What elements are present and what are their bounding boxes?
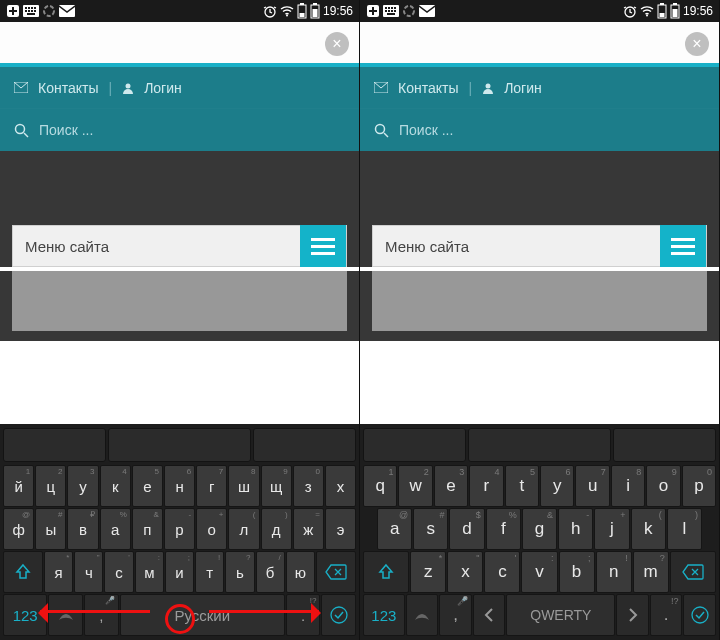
enter-key[interactable] bbox=[683, 594, 716, 636]
key-k[interactable]: k( bbox=[631, 508, 666, 550]
key-ц[interactable]: ц2 bbox=[35, 465, 66, 507]
comma-key[interactable]: ,🎤 bbox=[439, 594, 472, 636]
key-л[interactable]: л( bbox=[228, 508, 259, 550]
period-key[interactable]: .!? bbox=[650, 594, 683, 636]
suggestion-slot[interactable] bbox=[613, 428, 716, 462]
key-х[interactable]: х bbox=[325, 465, 356, 507]
key-m[interactable]: m? bbox=[633, 551, 669, 593]
backspace-key[interactable] bbox=[670, 551, 716, 593]
key-ф[interactable]: ф@ bbox=[3, 508, 34, 550]
suggestion-slot[interactable] bbox=[468, 428, 611, 462]
hamburger-button[interactable] bbox=[300, 225, 346, 267]
key-д[interactable]: д) bbox=[261, 508, 292, 550]
contacts-link[interactable]: Контакты bbox=[38, 80, 98, 96]
key-b[interactable]: b; bbox=[559, 551, 595, 593]
key-и[interactable]: и; bbox=[165, 551, 194, 593]
key-с[interactable]: с' bbox=[104, 551, 133, 593]
key-э[interactable]: э bbox=[325, 508, 356, 550]
key-з[interactable]: з0 bbox=[293, 465, 324, 507]
swift-key[interactable] bbox=[406, 594, 439, 636]
key-р[interactable]: р- bbox=[164, 508, 195, 550]
key-а[interactable]: а% bbox=[100, 508, 131, 550]
swift-key[interactable] bbox=[48, 594, 83, 636]
content-gap bbox=[0, 151, 359, 225]
key-l[interactable]: l) bbox=[667, 508, 702, 550]
numeric-key[interactable]: 123 bbox=[3, 594, 47, 636]
key-j[interactable]: j+ bbox=[594, 508, 629, 550]
suggestion-slot[interactable] bbox=[363, 428, 466, 462]
key-г[interactable]: г7 bbox=[196, 465, 227, 507]
key-q[interactable]: q1 bbox=[363, 465, 397, 507]
comma-key[interactable]: ,🎤 bbox=[84, 594, 119, 636]
svg-rect-39 bbox=[394, 10, 396, 12]
key-ж[interactable]: ж= bbox=[293, 508, 324, 550]
key-т[interactable]: т! bbox=[195, 551, 224, 593]
contacts-link[interactable]: Контакты bbox=[398, 80, 458, 96]
key-к[interactable]: к4 bbox=[100, 465, 131, 507]
key-d[interactable]: d$ bbox=[449, 508, 484, 550]
key-б[interactable]: б/ bbox=[256, 551, 285, 593]
key-в[interactable]: в₽ bbox=[67, 508, 98, 550]
suggestion-slot[interactable] bbox=[253, 428, 356, 462]
enter-key[interactable] bbox=[321, 594, 356, 636]
key-ю[interactable]: ю bbox=[286, 551, 315, 593]
search-row[interactable]: Поиск ... bbox=[360, 109, 719, 151]
key-у[interactable]: у3 bbox=[67, 465, 98, 507]
key-y[interactable]: y6 bbox=[540, 465, 574, 507]
key-й[interactable]: й1 bbox=[3, 465, 34, 507]
key-ч[interactable]: ч" bbox=[74, 551, 103, 593]
numeric-key[interactable]: 123 bbox=[363, 594, 405, 636]
key-o[interactable]: o9 bbox=[646, 465, 680, 507]
key-n[interactable]: n! bbox=[596, 551, 632, 593]
key-x[interactable]: x" bbox=[447, 551, 483, 593]
key-е[interactable]: е5 bbox=[132, 465, 163, 507]
key-w[interactable]: w2 bbox=[398, 465, 432, 507]
prev-lang-key[interactable] bbox=[473, 594, 506, 636]
hamburger-button[interactable] bbox=[660, 225, 706, 267]
key-a[interactable]: a@ bbox=[377, 508, 412, 550]
site-menu-bar[interactable]: Меню сайта bbox=[372, 225, 707, 267]
content-below bbox=[0, 271, 359, 341]
backspace-key[interactable] bbox=[316, 551, 356, 593]
key-z[interactable]: z* bbox=[410, 551, 446, 593]
svg-point-53 bbox=[376, 124, 385, 133]
close-tab-button[interactable]: × bbox=[325, 32, 349, 56]
login-link[interactable]: Логин bbox=[504, 80, 542, 96]
next-lang-key[interactable] bbox=[616, 594, 649, 636]
key-м[interactable]: м: bbox=[135, 551, 164, 593]
key-п[interactable]: п& bbox=[132, 508, 163, 550]
login-link[interactable]: Логин bbox=[144, 80, 182, 96]
key-s[interactable]: s# bbox=[413, 508, 448, 550]
key-о[interactable]: о+ bbox=[196, 508, 227, 550]
suggestion-slot[interactable] bbox=[3, 428, 106, 462]
key-u[interactable]: u7 bbox=[575, 465, 609, 507]
key-r[interactable]: r4 bbox=[469, 465, 503, 507]
spacebar[interactable]: QWERTY bbox=[506, 594, 615, 636]
suggestion-slot[interactable] bbox=[108, 428, 251, 462]
shift-key[interactable] bbox=[3, 551, 43, 593]
battery1-icon bbox=[297, 3, 307, 19]
shift-key[interactable] bbox=[363, 551, 409, 593]
key-i[interactable]: i8 bbox=[611, 465, 645, 507]
period-key[interactable]: .!? bbox=[286, 594, 321, 636]
key-v[interactable]: v: bbox=[521, 551, 557, 593]
key-f[interactable]: f% bbox=[486, 508, 521, 550]
svg-rect-7 bbox=[34, 7, 36, 9]
close-tab-button[interactable]: × bbox=[685, 32, 709, 56]
site-menu-bar[interactable]: Меню сайта bbox=[12, 225, 347, 267]
key-h[interactable]: h- bbox=[558, 508, 593, 550]
key-щ[interactable]: щ9 bbox=[261, 465, 292, 507]
key-ь[interactable]: ь? bbox=[225, 551, 254, 593]
svg-rect-34 bbox=[391, 7, 393, 9]
search-row[interactable]: Поиск ... bbox=[0, 109, 359, 151]
key-ш[interactable]: ш8 bbox=[228, 465, 259, 507]
key-e[interactable]: e3 bbox=[434, 465, 468, 507]
key-ы[interactable]: ы# bbox=[35, 508, 66, 550]
key-p[interactable]: p0 bbox=[682, 465, 716, 507]
key-g[interactable]: g& bbox=[522, 508, 557, 550]
key-я[interactable]: я* bbox=[44, 551, 73, 593]
key-c[interactable]: c' bbox=[484, 551, 520, 593]
key-н[interactable]: н6 bbox=[164, 465, 195, 507]
key-t[interactable]: t5 bbox=[505, 465, 539, 507]
spacebar[interactable]: Русский bbox=[120, 594, 285, 636]
